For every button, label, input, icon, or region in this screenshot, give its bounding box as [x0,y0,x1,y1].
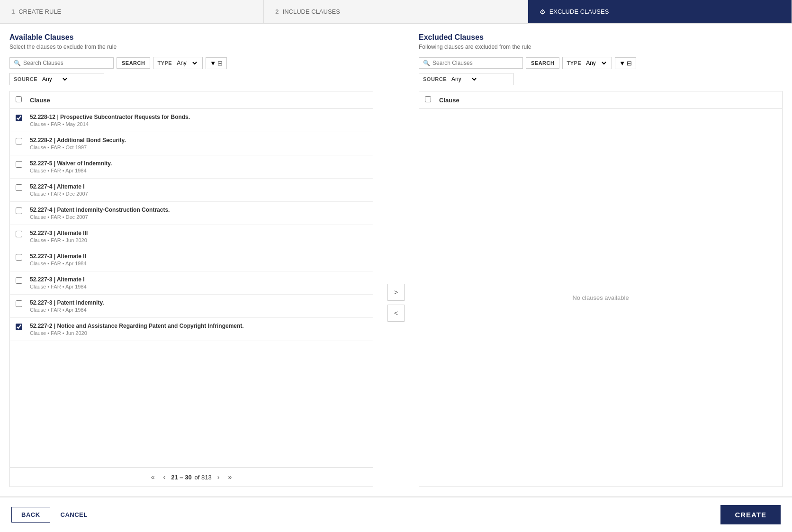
row-checkbox[interactable] [16,277,22,284]
excluded-clauses-panel: Excluded Clauses Following clauses are e… [419,33,783,487]
row-checkbox[interactable] [16,184,22,191]
table-row: 52.227-5 | Waiver of Indemnity. Clause •… [10,155,373,179]
row-checkbox-wrapper [16,161,25,169]
row-checkbox[interactable] [16,300,22,307]
row-subtitle: Clause • FAR • Apr 1984 [30,284,87,289]
row-title: 52.227-4 | Alternate I [30,183,88,190]
right-filter-icon: ▼ [619,60,625,67]
excluded-clauses-subtitle: Following clauses are excluded from the … [419,44,783,50]
row-title: 52.228-2 | Additional Bond Security. [30,137,126,144]
row-title: 52.227-2 | Notice and Assistance Regardi… [30,323,244,329]
row-checkbox-wrapper [16,254,25,262]
left-filter-icon-button[interactable]: ▼ ⊟ [206,57,227,69]
right-search-icon: 🔍 [423,60,430,66]
row-subtitle: Clause • FAR • Apr 1984 [30,168,112,173]
cancel-button[interactable]: CANCEL [56,507,92,523]
right-search-button[interactable]: SEARCH [526,57,559,69]
table-row: 52.227-3 | Alternate II Clause • FAR • A… [10,248,373,271]
prev-page-button[interactable]: ‹ [161,472,169,482]
row-subtitle: Clause • FAR • Apr 1984 [30,261,87,266]
filter-funnel-icon: ⊟ [217,60,223,67]
pagination-total: of 813 [195,474,212,481]
row-title: 52.227-3 | Patent Indemnity. [30,299,104,306]
right-source-label: SOURCE [423,76,447,82]
row-checkbox[interactable] [16,231,22,237]
right-source-row: SOURCE Any [419,73,513,85]
left-source-row: SOURCE Any [9,73,104,85]
row-text: 52.228-2 | Additional Bond Security. Cla… [30,137,126,150]
footer-left-buttons: BACK CANCEL [11,507,92,523]
row-checkbox-wrapper [16,184,25,192]
pagination-range: 21 – 30 [171,474,191,481]
left-type-label: TYPE [157,60,172,66]
row-checkbox-wrapper [16,324,25,332]
step-exclude-clauses[interactable]: ⚙ EXCLUDE CLAUSES [528,0,792,23]
row-checkbox[interactable] [16,115,22,121]
excluded-table-header-label: Clause [439,97,459,104]
row-title: 52.227-5 | Waiver of Indemnity. [30,160,112,167]
available-table-header: Clause [10,91,373,109]
row-checkbox-wrapper [16,277,25,285]
step-include-clauses[interactable]: 2 INCLUDE CLAUSES [264,0,528,23]
row-checkbox[interactable] [16,161,22,168]
row-checkbox-wrapper [16,138,25,146]
right-filter-funnel-icon: ⊟ [627,60,632,67]
last-page-button[interactable]: » [225,472,234,482]
row-subtitle: Clause • FAR • Jun 2020 [30,237,88,243]
next-page-button[interactable]: › [215,472,223,482]
row-subtitle: Clause • FAR • Oct 1997 [30,144,126,150]
table-row: 52.228-12 | Prospective Subcontractor Re… [10,109,373,132]
create-button[interactable]: CREATE [720,505,781,524]
step-2-label: INCLUDE CLAUSES [283,8,340,15]
row-text: 52.227-4 | Alternate I Clause • FAR • De… [30,183,88,197]
row-title: 52.227-3 | Alternate I [30,276,87,283]
first-page-button[interactable]: « [148,472,158,482]
right-filter-icon-button[interactable]: ▼ ⊟ [615,57,636,69]
remove-from-excluded-button[interactable]: < [387,305,405,322]
footer: BACK CANCEL CREATE [0,496,792,532]
row-checkbox[interactable] [16,254,22,261]
right-type-select[interactable]: Any [584,59,608,67]
row-checkbox-wrapper [16,115,25,123]
row-subtitle: Clause • FAR • May 2014 [30,121,190,127]
row-subtitle: Clause • FAR • Apr 1984 [30,307,104,313]
step-1-number: 1 [11,8,15,15]
row-title: 52.227-4 | Patent Indemnity-Construction… [30,207,170,213]
left-search-button[interactable]: SEARCH [117,57,150,69]
right-type-filter: TYPE Any [562,57,612,69]
row-checkbox[interactable] [16,207,22,214]
row-title: 52.228-12 | Prospective Subcontractor Re… [30,114,190,120]
row-text: 52.227-2 | Notice and Assistance Regardi… [30,323,244,336]
row-checkbox[interactable] [16,138,22,144]
step-create-rule[interactable]: 1 CREATE RULE [0,0,264,23]
left-search-input[interactable] [23,60,109,66]
wizard-steps: 1 CREATE RULE 2 INCLUDE CLAUSES ⚙ EXCLUD… [0,0,792,24]
left-type-select[interactable]: Any [175,59,198,67]
select-all-checkbox[interactable] [16,96,22,102]
row-text: 52.228-12 | Prospective Subcontractor Re… [30,114,190,127]
right-search-row: 🔍 SEARCH TYPE Any ▼ ⊟ [419,57,783,69]
left-search-wrapper: 🔍 [9,57,114,69]
filter-icon: ▼ [210,60,216,67]
excluded-select-all-checkbox[interactable] [425,96,431,102]
row-checkbox-wrapper [16,207,25,216]
row-title: 52.227-3 | Alternate II [30,253,87,260]
left-search-row: 🔍 SEARCH TYPE Any ▼ ⊟ [9,57,373,69]
left-type-filter: TYPE Any [153,57,203,69]
row-text: 52.227-3 | Patent Indemnity. Clause • FA… [30,299,104,313]
right-source-select[interactable]: Any [450,75,478,83]
add-to-excluded-button[interactable]: > [387,284,405,301]
row-subtitle: Clause • FAR • Dec 2007 [30,191,88,197]
left-source-label: SOURCE [14,76,37,82]
available-clauses-table: Clause 52.228-12 | Prospective Subcontra… [9,91,373,487]
row-checkbox[interactable] [16,324,22,330]
row-subtitle: Clause • FAR • Dec 2007 [30,214,170,220]
available-clauses-subtitle: Select the clauses to exclude from the r… [9,44,373,50]
back-button[interactable]: BACK [11,507,50,523]
left-source-select[interactable]: Any [40,75,69,83]
right-search-input[interactable] [432,60,519,66]
step-1-label: CREATE RULE [18,8,61,15]
table-row: 52.228-2 | Additional Bond Security. Cla… [10,132,373,155]
pagination: « ‹ 21 – 30 of 813 › » [10,467,373,487]
gear-icon: ⚙ [540,8,546,16]
